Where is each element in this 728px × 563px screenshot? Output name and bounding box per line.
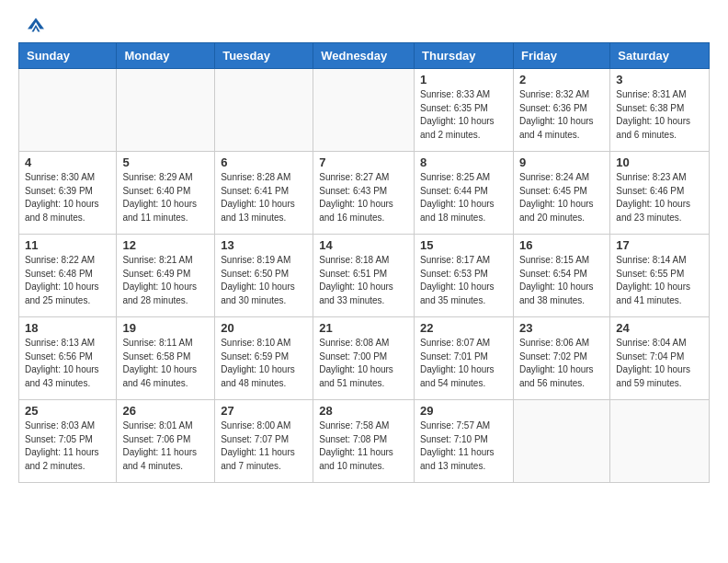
day-number: 20 <box>221 321 307 335</box>
weekday-header: Monday <box>117 43 215 69</box>
day-number: 19 <box>122 321 209 335</box>
calendar-week-row: 18Sunrise: 8:13 AMSunset: 6:56 PMDayligh… <box>19 317 710 400</box>
calendar-week-row: 4Sunrise: 8:30 AMSunset: 6:39 PMDaylight… <box>19 152 710 235</box>
calendar-cell: 28Sunrise: 7:58 AMSunset: 7:08 PMDayligh… <box>313 400 415 483</box>
day-info: Sunrise: 8:24 AMSunset: 6:45 PMDaylight:… <box>519 171 604 224</box>
logo <box>18 15 50 35</box>
day-number: 9 <box>519 155 604 169</box>
logo-icon <box>22 15 50 35</box>
day-info: Sunrise: 8:18 AMSunset: 6:51 PMDaylight:… <box>319 254 408 307</box>
calendar-cell: 5Sunrise: 8:29 AMSunset: 6:40 PMDaylight… <box>117 152 215 235</box>
day-info: Sunrise: 8:21 AMSunset: 6:49 PMDaylight:… <box>122 254 209 307</box>
day-info: Sunrise: 7:57 AMSunset: 7:10 PMDaylight:… <box>420 419 507 473</box>
day-info: Sunrise: 8:13 AMSunset: 6:56 PMDaylight:… <box>25 337 110 390</box>
day-info: Sunrise: 8:17 AMSunset: 6:53 PMDaylight:… <box>420 254 507 307</box>
calendar-cell: 26Sunrise: 8:01 AMSunset: 7:06 PMDayligh… <box>117 400 215 483</box>
day-info: Sunrise: 8:27 AMSunset: 6:43 PMDaylight:… <box>319 171 408 224</box>
day-number: 3 <box>616 73 703 86</box>
calendar-cell: 4Sunrise: 8:30 AMSunset: 6:39 PMDaylight… <box>19 152 117 235</box>
calendar-cell: 8Sunrise: 8:25 AMSunset: 6:44 PMDaylight… <box>415 152 514 235</box>
calendar-cell: 9Sunrise: 8:24 AMSunset: 6:45 PMDaylight… <box>513 152 609 235</box>
calendar-cell: 25Sunrise: 8:03 AMSunset: 7:05 PMDayligh… <box>19 400 117 483</box>
weekday-header: Thursday <box>415 43 514 69</box>
day-info: Sunrise: 8:07 AMSunset: 7:01 PMDaylight:… <box>420 337 507 390</box>
day-number: 22 <box>420 321 507 335</box>
day-number: 15 <box>420 238 507 252</box>
day-info: Sunrise: 8:11 AMSunset: 6:58 PMDaylight:… <box>122 337 209 390</box>
day-number: 13 <box>221 238 307 252</box>
day-info: Sunrise: 8:01 AMSunset: 7:06 PMDaylight:… <box>122 419 209 473</box>
day-info: Sunrise: 8:15 AMSunset: 6:54 PMDaylight:… <box>519 254 604 307</box>
calendar-cell: 14Sunrise: 8:18 AMSunset: 6:51 PMDayligh… <box>313 235 415 317</box>
calendar-cell: 23Sunrise: 8:06 AMSunset: 7:02 PMDayligh… <box>513 317 609 400</box>
weekday-header-row: SundayMondayTuesdayWednesdayThursdayFrid… <box>19 43 710 69</box>
day-info: Sunrise: 8:33 AMSunset: 6:35 PMDaylight:… <box>420 88 507 142</box>
day-number: 12 <box>122 238 209 252</box>
calendar-cell: 16Sunrise: 8:15 AMSunset: 6:54 PMDayligh… <box>513 235 609 317</box>
day-info: Sunrise: 8:32 AMSunset: 6:36 PMDaylight:… <box>519 88 604 142</box>
calendar-week-row: 11Sunrise: 8:22 AMSunset: 6:48 PMDayligh… <box>19 235 710 317</box>
calendar-cell: 10Sunrise: 8:23 AMSunset: 6:46 PMDayligh… <box>610 152 710 235</box>
day-info: Sunrise: 8:03 AMSunset: 7:05 PMDaylight:… <box>25 419 110 473</box>
day-number: 28 <box>319 404 408 418</box>
day-info: Sunrise: 8:19 AMSunset: 6:50 PMDaylight:… <box>221 254 307 307</box>
calendar-week-row: 25Sunrise: 8:03 AMSunset: 7:05 PMDayligh… <box>19 400 710 483</box>
weekday-header: Friday <box>513 43 609 69</box>
day-info: Sunrise: 8:00 AMSunset: 7:07 PMDaylight:… <box>221 419 307 473</box>
calendar-cell <box>215 69 313 152</box>
day-info: Sunrise: 8:10 AMSunset: 6:59 PMDaylight:… <box>221 337 307 390</box>
day-number: 4 <box>25 155 110 169</box>
calendar-cell: 1Sunrise: 8:33 AMSunset: 6:35 PMDaylight… <box>415 69 514 152</box>
day-info: Sunrise: 8:30 AMSunset: 6:39 PMDaylight:… <box>25 171 110 224</box>
calendar-cell: 18Sunrise: 8:13 AMSunset: 6:56 PMDayligh… <box>19 317 117 400</box>
calendar-cell: 17Sunrise: 8:14 AMSunset: 6:55 PMDayligh… <box>610 235 710 317</box>
calendar-cell <box>513 400 609 483</box>
calendar-cell: 21Sunrise: 8:08 AMSunset: 7:00 PMDayligh… <box>313 317 415 400</box>
day-info: Sunrise: 8:29 AMSunset: 6:40 PMDaylight:… <box>122 171 209 224</box>
day-number: 27 <box>221 404 307 418</box>
day-number: 7 <box>319 155 408 169</box>
weekday-header: Wednesday <box>313 43 415 69</box>
day-number: 29 <box>420 404 507 418</box>
day-number: 16 <box>519 238 604 252</box>
calendar-cell: 20Sunrise: 8:10 AMSunset: 6:59 PMDayligh… <box>215 317 313 400</box>
day-info: Sunrise: 8:28 AMSunset: 6:41 PMDaylight:… <box>221 171 307 224</box>
calendar-cell: 13Sunrise: 8:19 AMSunset: 6:50 PMDayligh… <box>215 235 313 317</box>
calendar-cell: 6Sunrise: 8:28 AMSunset: 6:41 PMDaylight… <box>215 152 313 235</box>
weekday-header: Sunday <box>19 43 117 69</box>
day-number: 26 <box>122 404 209 418</box>
day-number: 24 <box>616 321 703 335</box>
calendar-cell: 29Sunrise: 7:57 AMSunset: 7:10 PMDayligh… <box>415 400 514 483</box>
day-info: Sunrise: 8:31 AMSunset: 6:38 PMDaylight:… <box>616 88 703 142</box>
day-info: Sunrise: 7:58 AMSunset: 7:08 PMDaylight:… <box>319 419 408 473</box>
day-number: 14 <box>319 238 408 252</box>
day-info: Sunrise: 8:22 AMSunset: 6:48 PMDaylight:… <box>25 254 110 307</box>
day-number: 2 <box>519 73 604 86</box>
day-number: 23 <box>519 321 604 335</box>
calendar-cell: 11Sunrise: 8:22 AMSunset: 6:48 PMDayligh… <box>19 235 117 317</box>
calendar-cell: 2Sunrise: 8:32 AMSunset: 6:36 PMDaylight… <box>513 69 609 152</box>
day-number: 10 <box>616 155 703 169</box>
day-info: Sunrise: 8:14 AMSunset: 6:55 PMDaylight:… <box>616 254 703 307</box>
calendar-week-row: 1Sunrise: 8:33 AMSunset: 6:35 PMDaylight… <box>19 69 710 152</box>
day-info: Sunrise: 8:06 AMSunset: 7:02 PMDaylight:… <box>519 337 604 390</box>
calendar-cell <box>19 69 117 152</box>
calendar-table: SundayMondayTuesdayWednesdayThursdayFrid… <box>18 42 710 483</box>
calendar-cell: 7Sunrise: 8:27 AMSunset: 6:43 PMDaylight… <box>313 152 415 235</box>
day-info: Sunrise: 8:23 AMSunset: 6:46 PMDaylight:… <box>616 171 703 224</box>
calendar-cell <box>610 400 710 483</box>
day-number: 18 <box>25 321 110 335</box>
page-container: SundayMondayTuesdayWednesdayThursdayFrid… <box>18 15 710 483</box>
day-info: Sunrise: 8:04 AMSunset: 7:04 PMDaylight:… <box>616 337 703 390</box>
day-number: 25 <box>25 404 110 418</box>
day-number: 1 <box>420 73 507 86</box>
calendar-cell <box>117 69 215 152</box>
calendar-cell: 24Sunrise: 8:04 AMSunset: 7:04 PMDayligh… <box>610 317 710 400</box>
day-info: Sunrise: 8:08 AMSunset: 7:00 PMDaylight:… <box>319 337 408 390</box>
day-number: 5 <box>122 155 209 169</box>
day-info: Sunrise: 8:25 AMSunset: 6:44 PMDaylight:… <box>420 171 507 224</box>
weekday-header: Saturday <box>610 43 710 69</box>
calendar-cell: 22Sunrise: 8:07 AMSunset: 7:01 PMDayligh… <box>415 317 514 400</box>
weekday-header: Tuesday <box>215 43 313 69</box>
calendar-cell: 12Sunrise: 8:21 AMSunset: 6:49 PMDayligh… <box>117 235 215 317</box>
